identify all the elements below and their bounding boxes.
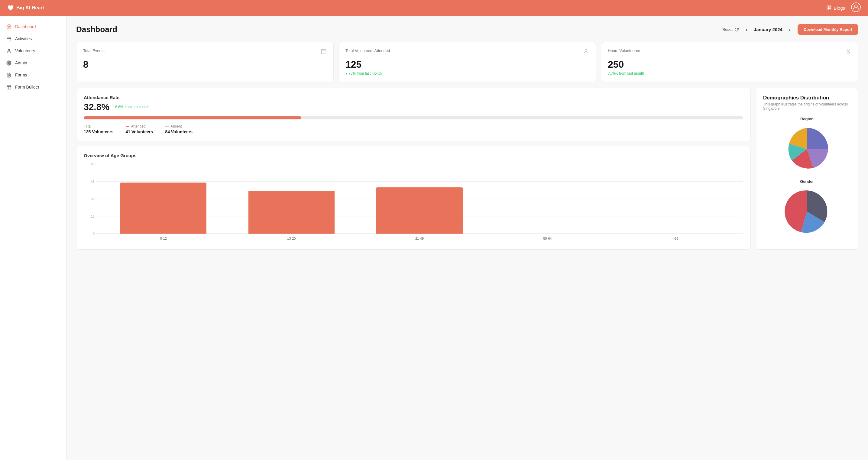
attended-label: Attended <box>131 124 146 128</box>
sidebar-item-dashboard[interactable]: Dashboard <box>0 21 66 33</box>
sidebar-item-label: Forms <box>15 72 27 78</box>
dashboard-icon <box>6 24 11 29</box>
user-avatar[interactable] <box>851 2 861 13</box>
stat-header: Total Volunteers Attended <box>345 48 589 56</box>
sidebar-item-forms[interactable]: Forms <box>0 69 66 81</box>
svg-rect-1 <box>827 8 829 10</box>
gridline-label-60: 60 <box>91 162 95 166</box>
gridline-label-0: 0 <box>93 232 95 236</box>
stat-change: 7.76% from last month <box>608 71 851 75</box>
bar-group-13-20: 13-20 <box>230 164 353 234</box>
sidebar-item-label: Activities <box>15 36 32 41</box>
sidebar-item-label: Volunteers <box>15 48 35 53</box>
svg-rect-0 <box>827 6 829 8</box>
attendance-card: Attendance Rate 32.8% +6.6% from last mo… <box>76 88 751 141</box>
att-stat-label: Absent <box>165 124 192 128</box>
stat-change: 7.76% from last month <box>345 71 589 75</box>
main-header: Dashboard Reset ‹ January 2024 › Downloa… <box>76 24 858 35</box>
attendance-stats: Total 125 Volunteers Attended 41 Volunte… <box>84 124 743 134</box>
progress-bar <box>84 116 743 119</box>
att-stat-label: Attended <box>126 124 153 128</box>
region-pie-chart <box>783 125 831 173</box>
sidebar-item-volunteers[interactable]: Volunteers <box>0 45 66 57</box>
prev-month-button[interactable]: ‹ <box>742 25 751 34</box>
svg-point-29 <box>585 49 587 51</box>
svg-point-5 <box>851 3 861 12</box>
left-panel: Attendance Rate 32.8% +6.6% from last mo… <box>76 88 751 250</box>
blogs-icon <box>826 5 832 10</box>
sidebar-item-label: Dashboard <box>15 24 36 29</box>
svg-point-18 <box>8 62 9 63</box>
stat-label: Total Events <box>83 48 104 53</box>
heart-icon <box>7 4 14 11</box>
gridline-label-15: 15 <box>91 215 95 218</box>
sidebar-item-admin[interactable]: Admin <box>0 57 66 69</box>
age-chart-card: Overview of Age Groups 60 45 3 <box>76 146 751 250</box>
svg-point-8 <box>8 26 9 27</box>
bar-group-65plus: >65 <box>614 164 737 234</box>
bar-label-13-20: 13-20 <box>287 237 296 240</box>
region-pie-container <box>763 125 851 173</box>
gender-title: Gender <box>763 179 851 184</box>
stat-card-hours: Hours Volunteered 250 7.76% from last mo… <box>601 42 858 82</box>
att-stat-attended: Attended 41 Volunteers <box>126 124 153 134</box>
bar-label-50-64: 50-64 <box>544 237 552 240</box>
app-body: Dashboard Activities Volunteers <box>0 16 868 460</box>
person-icon <box>583 48 589 56</box>
topnav-right: Blogs <box>826 2 861 13</box>
blogs-link[interactable]: Blogs <box>826 5 845 10</box>
brand-name: Big At Heart <box>16 5 44 10</box>
main-content: Dashboard Reset ‹ January 2024 › Downloa… <box>66 16 868 460</box>
stat-value: 250 <box>608 59 851 70</box>
attended-dot <box>126 126 129 127</box>
att-stat-value: 41 Volunteers <box>126 129 153 134</box>
bar-21-49 <box>376 187 462 234</box>
bars-container: 0-12 13-20 21-49 <box>96 164 743 234</box>
sidebar-item-form-builder[interactable]: Form Builder <box>0 81 66 93</box>
gridline-label-30: 30 <box>91 197 95 201</box>
reset-icon <box>735 28 739 32</box>
stat-value: 125 <box>345 59 589 70</box>
forms-icon <box>6 72 11 78</box>
demographics-card: Demographics Distribution This graph ill… <box>755 88 858 250</box>
sidebar-item-label: Form Builder <box>15 85 39 89</box>
svg-rect-3 <box>829 7 831 8</box>
download-button[interactable]: Download Monthly Report <box>798 24 858 35</box>
activities-icon <box>6 36 11 41</box>
att-stat-total: Total 125 Volunteers <box>84 124 114 134</box>
stat-card-events: Total Events 8 <box>76 42 334 82</box>
next-month-button[interactable]: › <box>785 25 794 34</box>
bar-label-21-49: 21-49 <box>415 237 424 240</box>
stat-label: Hours Volunteered <box>608 48 641 53</box>
svg-point-17 <box>8 49 10 51</box>
att-stat-label: Total <box>84 124 114 128</box>
att-stat-value: 125 Volunteers <box>84 129 114 134</box>
bar-label-65plus: >65 <box>673 237 679 240</box>
stat-header: Hours Volunteered <box>608 48 851 56</box>
bar-0-12 <box>120 183 207 234</box>
svg-rect-4 <box>829 9 831 10</box>
attendance-rate-change: +6.6% from last month <box>113 105 149 109</box>
sidebar: Dashboard Activities Volunteers <box>0 16 66 460</box>
stat-header: Total Events <box>83 48 327 56</box>
attendance-title: Attendance Rate <box>84 95 743 100</box>
volunteers-icon <box>6 48 11 54</box>
attendance-rate-row: 32.8% +6.6% from last month <box>84 102 743 112</box>
bar-group-50-64: 50-64 <box>486 164 609 234</box>
gender-pie-chart <box>783 187 831 236</box>
form-builder-icon <box>6 84 11 90</box>
absent-label: Absent <box>170 124 182 128</box>
bar-13-20 <box>248 191 335 234</box>
stat-value: 8 <box>83 59 327 70</box>
bar-chart-container: 60 45 30 15 0 <box>84 164 743 243</box>
topnav: Big At Heart Blogs <box>0 0 868 16</box>
att-stat-absent: Absent 84 Volunteers <box>165 124 192 134</box>
svg-rect-25 <box>321 49 326 54</box>
bar-group-0-12: 0-12 <box>102 164 225 234</box>
gender-pie-container <box>763 187 851 236</box>
bar-label-0-12: 0-12 <box>160 237 167 240</box>
reset-button[interactable]: Reset <box>722 27 739 32</box>
sidebar-item-activities[interactable]: Activities <box>0 33 66 45</box>
stats-row: Total Events 8 Total Volunteers Attended <box>76 42 858 82</box>
avatar-icon <box>851 2 861 12</box>
